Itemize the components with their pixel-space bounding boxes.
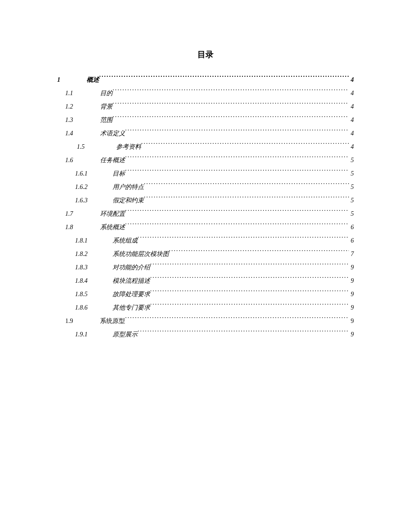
toc-entry-page: 9 [349,328,354,341]
toc-entry: 1.8.2系统功能层次模块图7 [75,247,354,261]
toc-entry-text: 目标 [113,167,125,180]
toc-entry-number: 1.5 [77,140,116,154]
toc-leader-dots [125,169,349,176]
toc-entry-page: 9 [349,261,354,274]
toc-leader-dots [138,330,349,336]
toc-entry: 1.5参考资料4 [77,140,354,154]
toc-entry-text: 任务概述 [100,154,125,167]
toc-entry-number: 1.8 [65,221,100,234]
toc-leader-dots [150,290,349,296]
toc-entry: 1.8.6其他专门要求9 [75,301,354,314]
toc-entry-text: 用户的特点 [113,180,144,194]
toc-entry-page: 6 [349,234,354,247]
toc-entry: 1.2背景4 [65,100,354,113]
toc-entry-number: 1.3 [65,113,100,127]
toc-leader-dots [144,183,349,189]
toc-entry-number: 1.2 [65,100,100,113]
toc-entry: 1.6.1目标5 [75,167,354,180]
toc-entry-page: 9 [349,274,354,288]
toc-leader-dots [138,236,349,243]
toc-leader-dots [99,75,349,82]
toc-entry-number: 1.4 [65,127,100,140]
toc-entry-page: 9 [349,314,354,328]
toc-entry: 1.9.1原型展示9 [75,328,354,341]
toc-entry-number: 1.9.1 [75,328,113,341]
toc-entry-page: 6 [349,221,354,234]
toc-entry-number: 1.6.1 [75,167,113,180]
toc-entry-text: 系统组成 [113,234,138,247]
toc-entry-text: 故障处理要求 [113,288,150,301]
toc-entry-page: 4 [349,100,354,113]
toc-entry-text: 术语定义 [100,127,125,140]
toc-entry-text: 系统原型 [100,314,125,328]
toc-entry-text: 对功能的介绍 [113,261,150,274]
toc-entry-page: 4 [349,87,354,100]
toc-entry-page: 5 [349,207,354,221]
toc-entry-page: 4 [349,113,354,127]
toc-entry-page: 9 [349,301,354,314]
document-page: 目录 1概述41.1目的41.2背景41.3范围41.4术语定义41.5参考资料… [0,0,411,532]
toc-entry-number: 1.8.2 [75,247,113,261]
toc-entry-text: 系统功能层次模块图 [113,247,169,261]
toc-entry: 1.9系统原型9 [65,314,354,328]
toc-entry-page: 4 [349,73,354,87]
toc-entry: 1.8.4模块流程描述9 [75,274,354,288]
toc-entry-page: 5 [349,194,354,207]
toc-entry-number: 1.8.6 [75,301,113,314]
toc-leader-dots [113,102,349,109]
toc-entry-number: 1.1 [65,87,100,100]
toc-entry-number: 1.6.2 [75,180,113,194]
toc-entry-page: 4 [349,127,354,140]
toc-entry: 1.8.5故障处理要求9 [75,288,354,301]
toc-entry-text: 环境配置 [100,207,125,221]
toc-leader-dots [125,129,349,135]
toc-entry-page: 5 [349,180,354,194]
toc-entry: 1.6.2用户的特点5 [75,180,354,194]
toc-leader-dots [125,317,349,323]
toc-entry: 1.7环境配置5 [65,207,354,221]
toc-entry-text: 其他专门要求 [113,301,150,314]
toc-leader-dots [125,209,349,216]
toc-leader-dots [150,263,349,269]
table-of-contents: 1概述41.1目的41.2背景41.3范围41.4术语定义41.5参考资料41.… [57,73,354,341]
toc-entry: 1概述4 [57,73,354,87]
toc-entry: 1.1目的4 [65,87,354,100]
toc-leader-dots [169,250,349,256]
toc-entry-page: 9 [349,288,354,301]
toc-entry: 1.8.1系统组成6 [75,234,354,247]
toc-entry-page: 5 [349,167,354,180]
toc-entry-text: 模块流程描述 [113,274,150,288]
toc-leader-dots [150,276,349,283]
toc-entry-number: 1.6 [65,154,100,167]
toc-entry-text: 参考资料 [116,140,141,154]
toc-entry: 1.6任务概述5 [65,154,354,167]
toc-entry-text: 概述 [87,73,99,87]
toc-leader-dots [113,89,349,95]
toc-entry: 1.3范围4 [65,113,354,127]
toc-leader-dots [113,116,349,122]
toc-entry-number: 1.8.1 [75,234,113,247]
toc-entry-number: 1.8.4 [75,274,113,288]
toc-entry: 1.4术语定义4 [65,127,354,140]
toc-leader-dots [144,196,349,202]
toc-entry: 1.8.3对功能的介绍9 [75,261,354,274]
toc-entry-number: 1.9 [65,314,100,328]
toc-entry-number: 1.8.3 [75,261,113,274]
toc-entry-number: 1.8.5 [75,288,113,301]
toc-leader-dots [125,156,349,162]
toc-entry-text: 背景 [100,100,113,113]
toc-leader-dots [141,142,349,149]
toc-entry-page: 7 [349,247,354,261]
toc-leader-dots [125,223,349,229]
toc-entry: 1.8系统概述6 [65,221,354,234]
toc-title: 目录 [57,49,354,60]
toc-entry-number: 1.6.3 [75,194,113,207]
toc-entry: 1.6.3假定和约束5 [75,194,354,207]
toc-entry-text: 假定和约束 [113,194,144,207]
toc-entry-number: 1.7 [65,207,100,221]
toc-entry-text: 原型展示 [113,328,138,341]
toc-entry-text: 系统概述 [100,221,125,234]
toc-entry-page: 5 [349,154,354,167]
toc-entry-number: 1 [57,73,87,87]
toc-entry-text: 范围 [100,113,113,127]
